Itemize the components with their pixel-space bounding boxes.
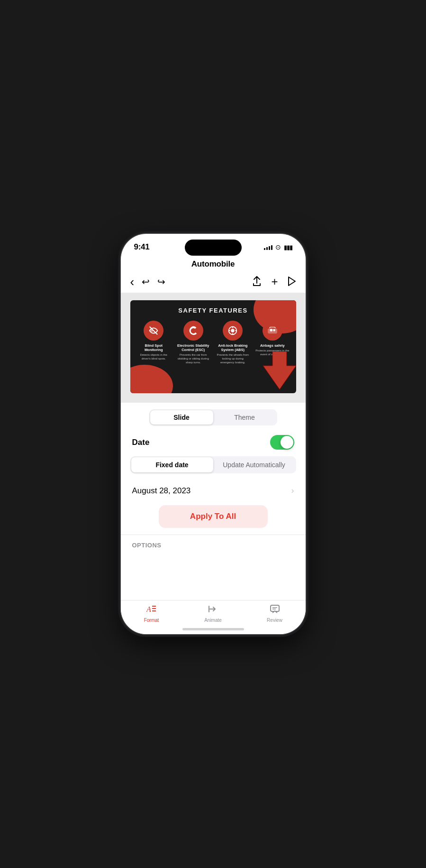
apply-btn-container: Apply To All (121, 502, 306, 535)
toolbar-right: + (252, 276, 296, 288)
slide-title: SAFETY FEATURES (135, 307, 291, 314)
signal-icon (264, 244, 272, 250)
feature-item-abs: Anti-lock Braking System (ABS) Prevents … (216, 321, 250, 364)
svg-point-9 (270, 329, 272, 332)
add-button[interactable]: + (271, 276, 278, 287)
theme-tab[interactable]: Theme (213, 410, 276, 425)
tab-format[interactable]: A Format (121, 604, 182, 623)
toggle-knob (281, 436, 293, 449)
nav-bar: Automobile (121, 258, 306, 273)
airbags-name: Airbags safety (260, 343, 285, 348)
date-row: Date (121, 433, 306, 456)
review-label: Review (267, 618, 282, 623)
options-section: OPTIONS (121, 535, 306, 554)
share-button[interactable] (252, 276, 262, 288)
status-icons: ⊙ ▮▮▮ (264, 243, 292, 251)
airbags-icon (263, 321, 282, 341)
animate-label: Animate (204, 618, 222, 623)
feature-item-blind-spot: Blind Spot Monitoring Detects objects in… (136, 321, 171, 364)
animate-icon (208, 604, 218, 616)
status-time: 9:41 (134, 242, 150, 252)
esc-icon (183, 321, 203, 341)
abs-icon (223, 321, 243, 341)
slide-tab[interactable]: Slide (150, 410, 213, 425)
feature-item-esc: Electronic Stability Control (ESC) Preve… (176, 321, 210, 364)
date-value: August 28, 2023 (132, 486, 191, 496)
bottom-panel: Slide Theme Date Fixed date Update Autom… (121, 409, 306, 554)
abs-name: Anti-lock Braking System (ABS) (216, 343, 250, 352)
esc-desc: Prevents the car from skidding or slidin… (176, 353, 210, 364)
review-icon (270, 604, 280, 616)
blind-spot-name: Blind Spot Monitoring (136, 343, 171, 352)
chevron-right-icon: › (291, 486, 294, 496)
arrow-annotation (263, 351, 296, 391)
fixed-date-btn[interactable]: Fixed date (131, 457, 213, 472)
play-button[interactable] (288, 276, 296, 288)
undo-button[interactable]: ↩ (142, 277, 150, 286)
battery-icon: ▮▮▮ (284, 244, 292, 251)
wifi-icon: ⊙ (275, 243, 281, 251)
slide-theme-segmented-control[interactable]: Slide Theme (149, 409, 277, 425)
svg-text:A: A (146, 605, 151, 613)
toolbar: ‹ ↩ ↪ + (121, 273, 306, 293)
canvas-area: SAFETY FEATURES Blind Spot Monitoring De… (121, 293, 306, 403)
date-value-row[interactable]: August 28, 2023 › (121, 481, 306, 502)
toolbar-left: ‹ ↩ ↪ (130, 276, 166, 288)
home-indicator (182, 628, 244, 630)
format-label: Format (144, 618, 159, 623)
tab-review[interactable]: Review (244, 604, 306, 623)
blind-spot-desc: Detects objects in the driver's blind sp… (136, 353, 171, 361)
tab-animate[interactable]: Animate (182, 604, 244, 623)
blind-spot-icon (144, 321, 163, 341)
date-type-control[interactable]: Fixed date Update Automatically (130, 456, 296, 473)
dynamic-island (185, 240, 242, 256)
phone-frame: 9:41 ⊙ ▮▮▮ Automobile ‹ ↩ ↪ (121, 234, 306, 634)
options-label: OPTIONS (132, 542, 162, 549)
svg-point-3 (231, 329, 235, 332)
format-icon: A (146, 604, 157, 616)
redo-button[interactable]: ↪ (157, 277, 165, 286)
date-label: Date (132, 438, 150, 447)
esc-name: Electronic Stability Control (ESC) (176, 343, 210, 352)
back-button[interactable]: ‹ (130, 276, 135, 288)
apply-to-all-button[interactable]: Apply To All (159, 505, 268, 528)
date-toggle[interactable] (270, 435, 294, 450)
svg-point-10 (273, 329, 275, 332)
nav-title: Automobile (191, 259, 235, 268)
update-auto-btn[interactable]: Update Automatically (213, 457, 295, 472)
abs-desc: Prevents the wheels from locking up duri… (216, 353, 250, 364)
svg-marker-11 (263, 351, 296, 389)
svg-rect-8 (268, 329, 277, 333)
